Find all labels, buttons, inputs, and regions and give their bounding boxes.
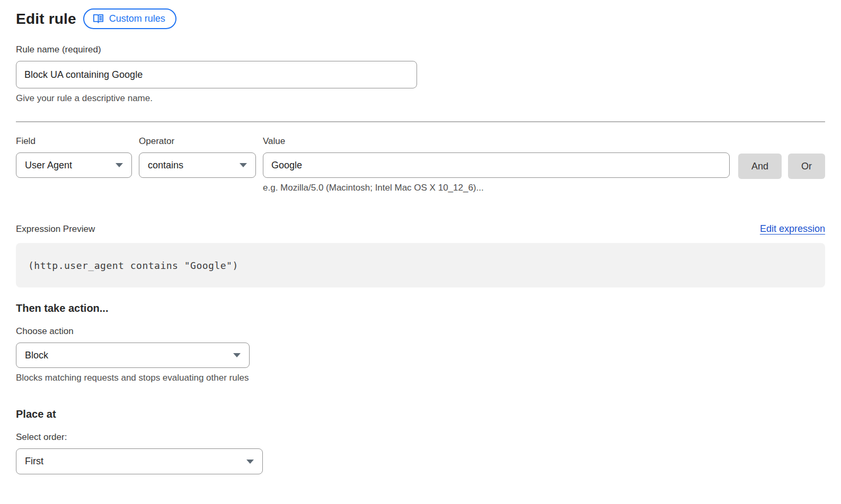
place-at-heading: Place at <box>16 408 825 420</box>
operator-select[interactable]: contains <box>139 152 256 178</box>
logic-buttons: And Or <box>738 136 825 179</box>
custom-rules-badge-label: Custom rules <box>109 12 165 25</box>
page-header: Edit rule Custom rules <box>16 8 825 29</box>
value-input[interactable] <box>263 152 730 178</box>
choose-action-label: Choose action <box>16 326 825 337</box>
expression-code-box: (http.user_agent contains "Google") <box>16 243 825 287</box>
operator-group: Operator contains <box>139 136 256 178</box>
value-group: Value e.g. Mozilla/5.0 (Macintosh; Intel… <box>263 136 730 193</box>
and-button[interactable]: And <box>738 154 782 179</box>
order-select[interactable]: First <box>16 448 263 474</box>
edit-expression-link[interactable]: Edit expression <box>760 223 825 235</box>
operator-label: Operator <box>139 136 256 147</box>
chevron-down-icon <box>233 353 241 357</box>
action-select-value: Block <box>25 350 48 361</box>
rule-name-section: Rule name (required) Give your rule a de… <box>16 44 417 104</box>
value-help: e.g. Mozilla/5.0 (Macintosh; Intel Mac O… <box>263 183 730 193</box>
or-button[interactable]: Or <box>788 154 825 179</box>
page-title: Edit rule <box>16 11 76 28</box>
field-select-value: User Agent <box>25 160 72 171</box>
action-heading: Then take action... <box>16 302 825 314</box>
field-group: Field User Agent <box>16 136 132 178</box>
field-label: Field <box>16 136 132 147</box>
order-select-value: First <box>25 456 43 467</box>
expression-header: Expression Preview Edit expression <box>16 223 825 235</box>
field-select[interactable]: User Agent <box>16 152 132 178</box>
edit-rule-page: Edit rule Custom rules Rule name (requir… <box>0 0 841 474</box>
chevron-down-icon <box>240 163 247 167</box>
action-section: Then take action... Choose action Block … <box>16 302 825 383</box>
section-divider <box>16 121 825 122</box>
open-book-icon <box>92 13 104 25</box>
rule-name-help: Give your rule a descriptive name. <box>16 93 417 104</box>
value-label: Value <box>263 136 730 147</box>
rule-name-label: Rule name (required) <box>16 44 417 55</box>
action-select[interactable]: Block <box>16 343 250 368</box>
chevron-down-icon <box>116 163 123 167</box>
action-help: Blocks matching requests and stops evalu… <box>16 373 825 383</box>
operator-select-value: contains <box>148 160 183 171</box>
expression-preview-label: Expression Preview <box>16 224 95 235</box>
placement-section: Place at Select order: First <box>16 408 825 474</box>
chevron-down-icon <box>246 460 254 464</box>
rule-name-input[interactable] <box>16 61 417 88</box>
expression-code: (http.user_agent contains "Google") <box>28 260 238 271</box>
expression-section: Expression Preview Edit expression (http… <box>16 223 825 287</box>
condition-row: Field User Agent Operator contains Value… <box>16 136 825 193</box>
custom-rules-badge[interactable]: Custom rules <box>83 8 176 29</box>
select-order-label: Select order: <box>16 432 825 443</box>
